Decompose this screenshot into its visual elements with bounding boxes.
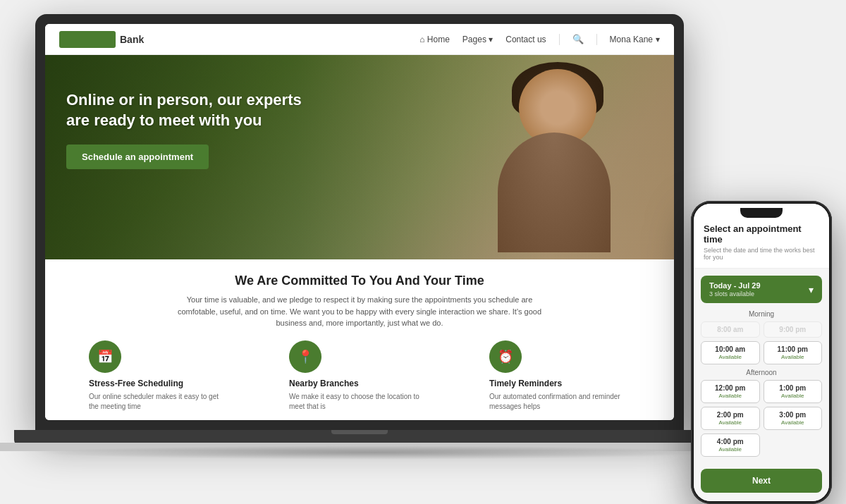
nav-contact[interactable]: Contact us — [505, 35, 546, 44]
user-chevron: ▾ — [656, 35, 660, 44]
status-200pm: Available — [707, 419, 754, 426]
time-1200pm: 12:00 pm — [707, 384, 754, 392]
status-300pm: Available — [770, 419, 816, 426]
date-selector-info: Today - Jul 29 3 slots available — [709, 281, 761, 297]
nav-links: ⌂ Home Pages ▾ Contact us 🔍 Mona Kane ▾ — [419, 34, 660, 45]
scheduling-icon: 📅 — [89, 340, 121, 373]
time-400pm: 4:00 pm — [707, 438, 754, 445]
time-slot-1000am[interactable]: 10:00 am Available — [701, 341, 760, 364]
phone-app: Select an appointment time Select the da… — [694, 204, 829, 501]
time-slot-1100pm[interactable]: 11:00 pm Available — [764, 341, 823, 364]
feature-branches: 📍 Nearby Branches We make it easy to cho… — [289, 340, 430, 412]
nav-home[interactable]: ⌂ Home — [419, 35, 450, 44]
laptop-body: Bank ⌂ Home Pages ▾ Contact us 🔍 Mona Ka… — [35, 14, 684, 430]
laptop-screen: Bank ⌂ Home Pages ▾ Contact us 🔍 Mona Ka… — [45, 24, 674, 420]
time-slot-1200pm[interactable]: 12:00 pm Available — [701, 380, 760, 403]
feature-branches-desc: We make it easy to choose the location t… — [289, 392, 430, 412]
phone: Select an appointment time Select the da… — [691, 201, 832, 504]
phone-content: Today - Jul 29 3 slots available ▾ Morni… — [694, 269, 829, 463]
time-slot-200pm[interactable]: 2:00 pm Available — [701, 407, 760, 430]
time-1000am: 10:00 am — [707, 345, 754, 353]
nav-pages[interactable]: Pages ▾ — [462, 35, 493, 44]
chevron-down-icon: ▾ — [809, 284, 814, 295]
next-button[interactable]: Next — [701, 469, 822, 493]
time-1100pm: 11:00 pm — [770, 345, 816, 353]
phone-screen: Select an appointment time Select the da… — [694, 204, 829, 501]
feature-scheduling-desc: Our online scheduler makes it easy to ge… — [89, 392, 230, 412]
branches-icon: 📍 — [289, 340, 321, 373]
logo-box — [59, 31, 116, 48]
section-title: We Are Committed To You And Your Time — [66, 273, 653, 288]
date-selector[interactable]: Today - Jul 29 3 slots available ▾ — [701, 276, 822, 303]
nav-divider — [559, 34, 560, 45]
status-1000am: Available — [707, 354, 754, 360]
slots-available: 3 slots available — [709, 290, 761, 297]
laptop: Bank ⌂ Home Pages ▾ Contact us 🔍 Mona Ka… — [35, 14, 684, 472]
afternoon-label: Afternoon — [701, 369, 822, 376]
time-100pm: 1:00 pm — [770, 384, 816, 392]
feature-reminders-desc: Our automated confirmation and reminder … — [489, 392, 630, 412]
logo: Bank — [59, 31, 144, 48]
user-name: Mona Kane — [610, 35, 653, 44]
feature-reminders: ⏰ Timely Reminders Our automated confirm… — [489, 340, 630, 412]
morning-slots: 8:00 am 9:00 pm 10:00 am Available 11:00… — [701, 321, 822, 364]
time-slot-300pm[interactable]: 3:00 pm Available — [764, 407, 823, 430]
laptop-shadow — [35, 445, 712, 460]
appointment-header-subtitle: Select the date and time the works best … — [704, 247, 819, 261]
feature-scheduling: 📅 Stress-Free Scheduling Our online sche… — [89, 340, 230, 412]
status-1200pm: Available — [707, 393, 754, 399]
user-menu[interactable]: Mona Kane ▾ — [610, 35, 660, 44]
time-200pm: 2:00 pm — [707, 411, 754, 419]
status-100pm: Available — [770, 393, 816, 399]
hero-content: Online or in person, our experts are rea… — [45, 55, 674, 169]
section-description: Your time is valuable, and we pledge to … — [169, 294, 550, 329]
phone-notch — [740, 208, 783, 218]
phone-footer: Next — [694, 463, 829, 501]
feature-reminders-title: Timely Reminders — [489, 379, 562, 388]
nav-divider-2 — [596, 34, 597, 45]
scene: Bank ⌂ Home Pages ▾ Contact us 🔍 Mona Ka… — [0, 0, 846, 504]
time-slot-900pm[interactable]: 9:00 pm — [764, 321, 823, 338]
bank-label: Bank — [120, 34, 144, 45]
feature-scheduling-title: Stress-Free Scheduling — [89, 379, 183, 388]
phone-shell: Select an appointment time Select the da… — [691, 201, 832, 504]
time-900pm: 9:00 pm — [770, 326, 816, 333]
reminders-icon: ⏰ — [489, 340, 522, 373]
hero-title: Online or in person, our experts are rea… — [66, 90, 306, 130]
time-800am: 8:00 am — [707, 326, 754, 333]
status-400pm: Available — [707, 446, 754, 453]
morning-label: Morning — [701, 310, 822, 318]
time-slot-100pm[interactable]: 1:00 pm Available — [764, 380, 823, 403]
hero-section: Online or in person, our experts are rea… — [45, 55, 674, 259]
features-list: 📅 Stress-Free Scheduling Our online sche… — [66, 340, 653, 412]
commitment-section: We Are Committed To You And Your Time Yo… — [45, 259, 674, 420]
schedule-button[interactable]: Schedule an appointment — [66, 145, 209, 169]
afternoon-slots: 12:00 pm Available 1:00 pm Available 2:0… — [701, 380, 822, 457]
date-label: Today - Jul 29 — [709, 281, 761, 290]
time-slot-800am[interactable]: 8:00 am — [701, 321, 760, 338]
feature-branches-title: Nearby Branches — [289, 379, 359, 388]
search-icon[interactable]: 🔍 — [572, 34, 584, 44]
appointment-header-title: Select an appointment time — [704, 223, 819, 245]
navbar: Bank ⌂ Home Pages ▾ Contact us 🔍 Mona Ka… — [45, 24, 674, 55]
status-1100pm: Available — [770, 354, 816, 360]
time-slot-400pm[interactable]: 4:00 pm Available — [701, 434, 760, 457]
time-300pm: 3:00 pm — [770, 411, 816, 419]
website: Bank ⌂ Home Pages ▾ Contact us 🔍 Mona Ka… — [45, 24, 674, 420]
